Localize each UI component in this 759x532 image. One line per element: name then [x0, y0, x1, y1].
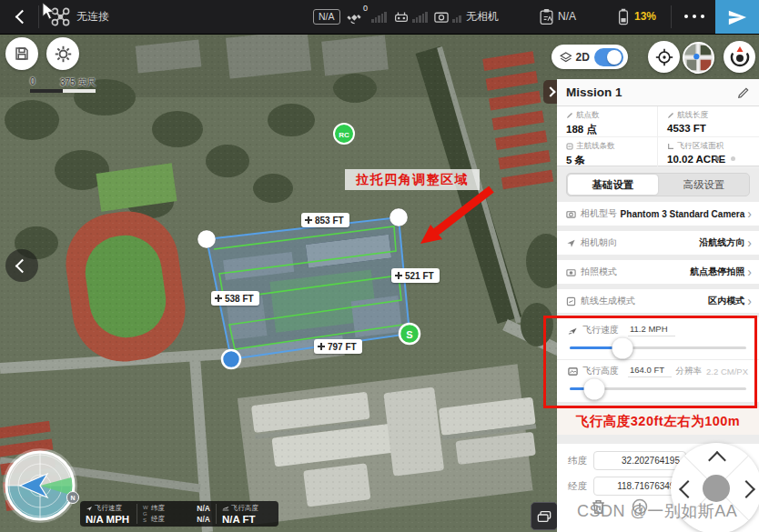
annotation-label: 拉托四角调整区域: [345, 169, 480, 190]
layers-photo-icon: [537, 510, 552, 523]
corner-handle-topleft[interactable]: [197, 230, 216, 248]
attitude-compass: N: [0, 446, 86, 532]
dpad-center[interactable]: [703, 475, 730, 502]
altitude-slider-thumb[interactable]: [584, 378, 605, 399]
collapse-mission-panel-button[interactable]: [543, 80, 557, 104]
layers-icon: [560, 51, 572, 64]
annotation-arrow: [420, 189, 491, 244]
rc-location-marker[interactable]: RC: [334, 124, 354, 144]
mission-stats: 航点数 188 点 航线长度 4533 FT 主航线条数 5 条 飞行区域面积 …: [557, 106, 759, 166]
speed-slider[interactable]: [570, 346, 746, 349]
route-length-icon: [667, 112, 674, 119]
save-icon: [14, 45, 30, 62]
scale-zero: 0: [30, 76, 35, 86]
longitude-label: 经度: [568, 480, 593, 493]
speed-value[interactable]: 11.2 MPH: [628, 324, 675, 336]
altitude-value[interactable]: 164.0 FT: [628, 365, 672, 377]
setting-camera-model[interactable]: 相机型号 Phantom 3 Standard Camera ›: [557, 202, 759, 226]
satellite-icon: [347, 10, 361, 25]
corner-handle-topright[interactable]: [390, 208, 408, 226]
stat-area: 飞行区域面积 10.02 ACRE: [658, 137, 759, 168]
compass-button[interactable]: [724, 41, 755, 73]
svg-text:RC: RC: [339, 131, 349, 139]
battery-icon: [616, 8, 631, 25]
telemetry-altitude: 飞行高度 N/A FT: [217, 501, 275, 527]
map-snapshot-button[interactable]: [531, 502, 558, 530]
settings-tabs: 基础设置 高级设置: [566, 173, 750, 196]
area-icon: [667, 143, 674, 150]
svg-text:S: S: [406, 329, 412, 340]
altitude-slider[interactable]: [570, 387, 746, 390]
resolution-value: 2.2 CM/PX: [706, 366, 748, 376]
chevron-right-icon: ›: [747, 295, 752, 307]
edit-icon[interactable]: [737, 86, 750, 99]
altitude-icon: [568, 366, 578, 376]
edge-length-left[interactable]: 538 FT: [211, 291, 259, 306]
start-point-marker[interactable]: S: [400, 324, 420, 344]
nudge-up-button[interactable]: [708, 451, 726, 469]
back-button[interactable]: [7, 0, 36, 34]
corner-handle-bottomleft[interactable]: [222, 350, 240, 368]
takeoff-button[interactable]: [715, 0, 759, 34]
latitude-label: 纬度: [568, 455, 593, 467]
move-icon: [395, 272, 402, 279]
edge-length-right[interactable]: 521 FT: [391, 268, 440, 283]
collapse-left-panel-button[interactable]: [5, 249, 38, 282]
chevron-right-icon: ›: [747, 236, 752, 249]
edge-length-top[interactable]: 853 FT: [301, 213, 349, 227]
locate-button[interactable]: [648, 41, 680, 73]
mouse-cursor: [42, 2, 55, 20]
telemetry-bar: 飞行速度 N/A MPH WGS 纬度 N/A 经度 N/A 飞行高度 N/A …: [80, 501, 278, 527]
photo-mode-icon: [566, 267, 576, 277]
stat-route-length: 航线长度 4533 FT: [658, 106, 759, 137]
telemetry-speed: 飞行速度 N/A MPH: [80, 501, 137, 527]
latitude-input[interactable]: [593, 451, 686, 470]
altitude-label: 飞行高度: [582, 365, 619, 377]
nudge-right-button[interactable]: [737, 480, 755, 498]
svg-text:N: N: [70, 495, 75, 501]
move-icon: [318, 343, 325, 350]
edge-length-bottom[interactable]: 797 FT: [314, 339, 362, 354]
airplane-icon: [727, 7, 747, 27]
heading-icon: [566, 238, 576, 248]
speed-slider-thumb[interactable]: [612, 337, 633, 358]
crosshair-icon: [655, 48, 673, 66]
rc-signal-bars: [412, 12, 428, 23]
chevron-left-icon: [15, 258, 29, 273]
camera-signal-bars: [452, 12, 461, 23]
checklist-icon: [539, 8, 554, 25]
stats-page-dots[interactable]: [715, 156, 735, 161]
2d-toggle-switch[interactable]: [594, 48, 623, 66]
toggle-knob: [607, 50, 622, 65]
flight-mode-badge: N/A: [313, 9, 340, 25]
minimap-thumbnail: [684, 42, 713, 74]
map-mode-toggle[interactable]: 2D: [552, 45, 628, 69]
nudge-left-button[interactable]: [679, 480, 697, 498]
flight-sliders: 飞行速度 11.2 MPH 飞行高度 164.0 FT 分辨率 2.2 CM/P…: [557, 317, 759, 402]
setting-photo-mode[interactable]: 拍照模式 航点悬停拍照 ›: [557, 260, 759, 284]
camera-icon: [566, 209, 576, 219]
scale-bar-dark: [30, 89, 63, 93]
tab-advanced-settings[interactable]: 高级设置: [659, 174, 749, 196]
scale-bar-light: [63, 89, 96, 93]
chevron-right-icon: ›: [747, 266, 752, 278]
minimap-button[interactable]: [683, 42, 714, 74]
settings-button[interactable]: [46, 37, 79, 70]
route-mode-icon: [566, 296, 576, 306]
setting-route-mode[interactable]: 航线生成模式 区内模式 ›: [557, 289, 759, 313]
checklist-status: N/A: [558, 0, 576, 34]
save-button[interactable]: [5, 37, 38, 70]
gps-signal-bars: [371, 12, 387, 23]
more-button[interactable]: [679, 15, 710, 18]
gps-count: 0: [363, 0, 368, 25]
resolution-label: 分辨率: [676, 366, 703, 377]
stat-waypoints: 航点数 188 点: [557, 106, 658, 137]
waypoint-icon: [566, 112, 573, 119]
wgs-label: WGS: [143, 505, 149, 527]
chevron-right-icon: ›: [747, 207, 752, 220]
connection-status: 无连接: [76, 0, 109, 34]
tab-basic-settings[interactable]: 基础设置: [568, 175, 658, 195]
app-screen: S RC 853 FT 521 FT 538 FT 797 FT 拉托四角调整区…: [0, 0, 759, 532]
setting-camera-heading[interactable]: 相机朝向 沿航线方向 ›: [557, 231, 759, 255]
2d-label: 2D: [576, 51, 590, 64]
